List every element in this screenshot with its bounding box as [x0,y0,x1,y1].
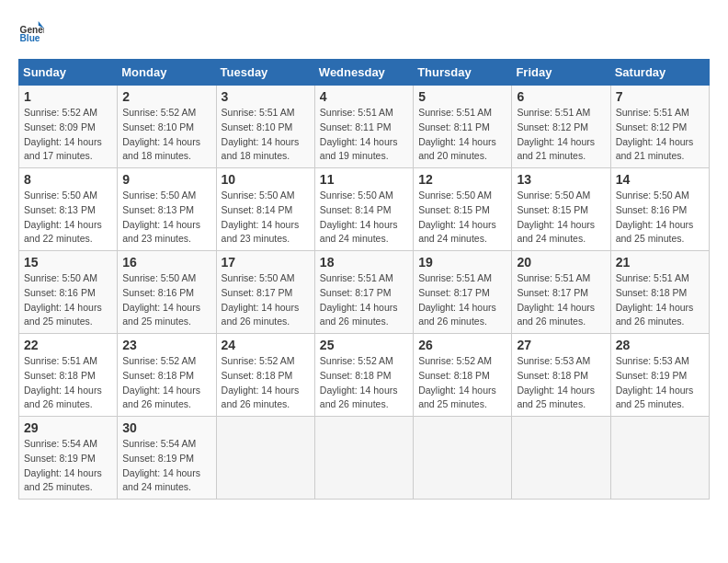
calendar-cell: 25 Sunrise: 5:52 AM Sunset: 8:18 PM Dayl… [314,334,413,417]
calendar-cell: 17 Sunrise: 5:50 AM Sunset: 8:17 PM Dayl… [216,251,314,334]
day-number: 25 [320,338,408,352]
calendar-cell: 6 Sunrise: 5:51 AM Sunset: 8:12 PM Dayli… [512,86,610,168]
calendar-table: SundayMondayTuesdayWednesdayThursdayFrid… [18,59,710,500]
day-number: 11 [320,172,408,187]
day-info: Sunrise: 5:51 AM Sunset: 8:11 PM Dayligh… [320,106,408,164]
day-number: 24 [222,338,310,352]
day-info: Sunrise: 5:51 AM Sunset: 8:17 PM Dayligh… [517,271,605,329]
calendar-cell: 23 Sunrise: 5:52 AM Sunset: 8:18 PM Dayl… [118,334,216,417]
calendar-cell: 28 Sunrise: 5:53 AM Sunset: 8:19 PM Dayl… [610,334,709,417]
calendar-cell: 2 Sunrise: 5:52 AM Sunset: 8:10 PM Dayli… [118,86,216,168]
day-number: 3 [222,89,310,104]
day-number: 23 [122,338,210,352]
calendar-cell: 9 Sunrise: 5:50 AM Sunset: 8:13 PM Dayli… [118,168,216,251]
day-info: Sunrise: 5:51 AM Sunset: 8:11 PM Dayligh… [418,106,506,164]
calendar-week-5: 29 Sunrise: 5:54 AM Sunset: 8:19 PM Dayl… [19,417,710,500]
calendar-cell: 13 Sunrise: 5:50 AM Sunset: 8:15 PM Dayl… [512,168,610,251]
day-info: Sunrise: 5:50 AM Sunset: 8:16 PM Dayligh… [616,189,704,247]
day-number: 16 [122,255,210,270]
calendar-week-2: 8 Sunrise: 5:50 AM Sunset: 8:13 PM Dayli… [19,168,710,251]
calendar-cell: 29 Sunrise: 5:54 AM Sunset: 8:19 PM Dayl… [19,417,118,500]
day-number: 10 [222,172,310,187]
calendar-cell: 20 Sunrise: 5:51 AM Sunset: 8:17 PM Dayl… [512,251,610,334]
day-number: 26 [418,338,506,352]
day-info: Sunrise: 5:51 AM Sunset: 8:12 PM Dayligh… [616,106,704,164]
day-number: 19 [418,255,506,270]
day-info: Sunrise: 5:52 AM Sunset: 8:18 PM Dayligh… [320,354,408,412]
calendar-cell [314,417,413,500]
day-info: Sunrise: 5:54 AM Sunset: 8:19 PM Dayligh… [122,437,210,495]
day-info: Sunrise: 5:50 AM Sunset: 8:15 PM Dayligh… [418,189,506,247]
weekday-header-sunday: Sunday [19,60,118,86]
calendar-cell: 18 Sunrise: 5:51 AM Sunset: 8:17 PM Dayl… [314,251,413,334]
weekday-header-thursday: Thursday [414,60,512,86]
day-info: Sunrise: 5:52 AM Sunset: 8:09 PM Dayligh… [24,106,112,164]
day-info: Sunrise: 5:50 AM Sunset: 8:17 PM Dayligh… [222,271,310,329]
calendar-cell: 14 Sunrise: 5:50 AM Sunset: 8:16 PM Dayl… [610,168,709,251]
calendar-cell: 3 Sunrise: 5:51 AM Sunset: 8:10 PM Dayli… [216,86,314,168]
calendar-cell: 24 Sunrise: 5:52 AM Sunset: 8:18 PM Dayl… [216,334,314,417]
day-info: Sunrise: 5:51 AM Sunset: 8:17 PM Dayligh… [320,271,408,329]
day-number: 14 [616,172,704,187]
day-number: 15 [24,255,112,270]
calendar-cell: 21 Sunrise: 5:51 AM Sunset: 8:18 PM Dayl… [610,251,709,334]
weekday-header-saturday: Saturday [610,60,709,86]
calendar-cell: 27 Sunrise: 5:53 AM Sunset: 8:18 PM Dayl… [512,334,610,417]
logo-icon: General Blue [18,18,44,44]
calendar-cell: 16 Sunrise: 5:50 AM Sunset: 8:16 PM Dayl… [118,251,216,334]
day-number: 17 [222,255,310,270]
calendar-cell: 11 Sunrise: 5:50 AM Sunset: 8:14 PM Dayl… [314,168,413,251]
day-number: 13 [517,172,605,187]
day-number: 12 [418,172,506,187]
day-info: Sunrise: 5:50 AM Sunset: 8:16 PM Dayligh… [24,271,112,329]
day-number: 6 [517,89,605,104]
day-number: 5 [418,89,506,104]
day-info: Sunrise: 5:52 AM Sunset: 8:18 PM Dayligh… [122,354,210,412]
calendar-cell [512,417,610,500]
day-info: Sunrise: 5:53 AM Sunset: 8:19 PM Dayligh… [616,354,704,412]
day-info: Sunrise: 5:51 AM Sunset: 8:12 PM Dayligh… [517,106,605,164]
calendar-week-1: 1 Sunrise: 5:52 AM Sunset: 8:09 PM Dayli… [19,86,710,168]
calendar-cell: 30 Sunrise: 5:54 AM Sunset: 8:19 PM Dayl… [118,417,216,500]
svg-text:Blue: Blue [20,33,40,43]
day-info: Sunrise: 5:50 AM Sunset: 8:15 PM Dayligh… [517,189,605,247]
day-number: 30 [122,420,210,435]
day-info: Sunrise: 5:53 AM Sunset: 8:18 PM Dayligh… [517,354,605,412]
day-info: Sunrise: 5:51 AM Sunset: 8:17 PM Dayligh… [418,271,506,329]
day-number: 20 [517,255,605,270]
day-info: Sunrise: 5:50 AM Sunset: 8:13 PM Dayligh… [24,189,112,247]
weekday-header-monday: Monday [118,60,216,86]
day-info: Sunrise: 5:54 AM Sunset: 8:19 PM Dayligh… [24,437,112,495]
day-number: 28 [616,338,704,352]
day-info: Sunrise: 5:51 AM Sunset: 8:18 PM Dayligh… [616,271,704,329]
day-number: 2 [122,89,210,104]
calendar-cell: 15 Sunrise: 5:50 AM Sunset: 8:16 PM Dayl… [19,251,118,334]
calendar-cell: 12 Sunrise: 5:50 AM Sunset: 8:15 PM Dayl… [414,168,512,251]
calendar-cell [610,417,709,500]
logo: General Blue [18,18,48,44]
day-info: Sunrise: 5:52 AM Sunset: 8:10 PM Dayligh… [122,106,210,164]
calendar-cell [414,417,512,500]
weekday-header-wednesday: Wednesday [314,60,413,86]
day-number: 7 [616,89,704,104]
page-header: General Blue [18,18,710,44]
day-info: Sunrise: 5:51 AM Sunset: 8:10 PM Dayligh… [222,106,310,164]
day-number: 1 [24,89,112,104]
calendar-week-4: 22 Sunrise: 5:51 AM Sunset: 8:18 PM Dayl… [19,334,710,417]
calendar-cell: 19 Sunrise: 5:51 AM Sunset: 8:17 PM Dayl… [414,251,512,334]
weekday-header-friday: Friday [512,60,610,86]
day-number: 29 [24,420,112,435]
day-info: Sunrise: 5:50 AM Sunset: 8:14 PM Dayligh… [320,189,408,247]
calendar-cell: 22 Sunrise: 5:51 AM Sunset: 8:18 PM Dayl… [19,334,118,417]
calendar-cell: 1 Sunrise: 5:52 AM Sunset: 8:09 PM Dayli… [19,86,118,168]
calendar-cell: 10 Sunrise: 5:50 AM Sunset: 8:14 PM Dayl… [216,168,314,251]
calendar-cell: 5 Sunrise: 5:51 AM Sunset: 8:11 PM Dayli… [414,86,512,168]
day-number: 21 [616,255,704,270]
calendar-cell: 26 Sunrise: 5:52 AM Sunset: 8:18 PM Dayl… [414,334,512,417]
calendar-cell: 7 Sunrise: 5:51 AM Sunset: 8:12 PM Dayli… [610,86,709,168]
calendar-cell: 8 Sunrise: 5:50 AM Sunset: 8:13 PM Dayli… [19,168,118,251]
day-number: 4 [320,89,408,104]
day-info: Sunrise: 5:52 AM Sunset: 8:18 PM Dayligh… [222,354,310,412]
day-info: Sunrise: 5:51 AM Sunset: 8:18 PM Dayligh… [24,354,112,412]
day-info: Sunrise: 5:50 AM Sunset: 8:16 PM Dayligh… [122,271,210,329]
